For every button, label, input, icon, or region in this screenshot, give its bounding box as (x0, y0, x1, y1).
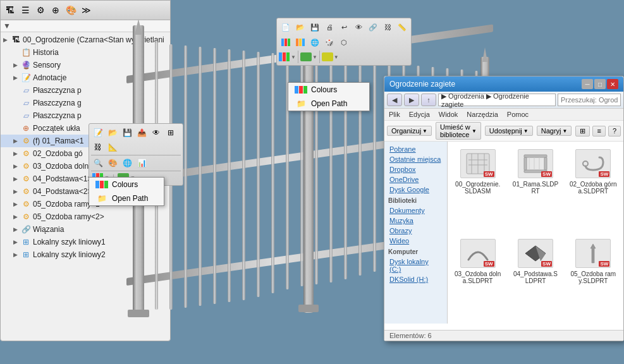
left-menu-open-path[interactable]: 📁 Open Path (89, 191, 164, 205)
fb-file-5[interactable]: SW 05_Ozdoba ramy.SLDPRT (567, 235, 620, 320)
fb-back-btn[interactable]: ◀ (387, 94, 402, 106)
fb-minimize-btn[interactable]: ─ (582, 79, 593, 89)
appearance-icon[interactable]: 🎨 (64, 3, 78, 17)
mid-icon-12[interactable]: 📊 (135, 156, 149, 170)
tb-green-dd[interactable]: ▼ (312, 54, 317, 60)
tree-item-plaszczyzna3[interactable]: ▱ Płaszczyzna p (1, 109, 170, 122)
tree-item-szyk1[interactable]: ▶ ⊞ Lokalny szyk liniowy1 (1, 236, 170, 248)
fb-maximize-btn[interactable]: □ (594, 79, 606, 89)
mid-icon-6[interactable]: ⊞ (164, 126, 178, 140)
tree-item-wiazania[interactable]: ▶ 🔗 Wiązania (1, 223, 170, 236)
mid-icon-9[interactable]: 🔍 (91, 156, 105, 170)
tb-sphere[interactable]: 🌐 (308, 35, 322, 49)
tb-green-btn[interactable] (300, 52, 312, 61)
tb-save[interactable]: 💾 (308, 20, 322, 34)
fb-file-icon-1: SW (517, 148, 554, 179)
tree-item-sensory[interactable]: ▶ 🔮 Sensory (1, 59, 170, 71)
tb-open[interactable]: 📂 (293, 20, 307, 34)
tb-yellow-dd[interactable]: ▼ (334, 54, 339, 60)
fb-file-4[interactable]: SW 04_Podstawa.SLDPRT (509, 235, 561, 320)
fb-forward-btn[interactable]: ▶ (404, 94, 419, 106)
mid-icon-4[interactable]: 📤 (135, 126, 149, 140)
mid-icon-5[interactable]: 👁 (149, 126, 163, 140)
fb-side-diskc[interactable]: Dysk lokalny (C:) (387, 257, 444, 274)
mid-icon-2[interactable]: 📂 (106, 126, 119, 140)
fb-search-input[interactable] (558, 94, 621, 106)
tree-item-plaszczyzna2[interactable]: ▱ Płaszczyzna g (1, 97, 170, 109)
expand-icon[interactable]: ≫ (79, 3, 93, 17)
fb-record-btn[interactable]: Nagryj ▼ (537, 126, 572, 136)
left-menu-colours[interactable]: Colours (89, 178, 164, 191)
fb-menu-edycja[interactable]: Edycja (407, 110, 432, 119)
fb-view-btn[interactable]: ⊞ (575, 126, 590, 136)
svg-rect-9 (228, 49, 231, 302)
top-menu-open-path[interactable]: 📁 Open Path (288, 97, 369, 111)
pod1-icon: ⚙ (21, 174, 31, 184)
tree-root[interactable]: ▶ 🏗 00_Ogrodzenie (Czarna<Stan wyświetla… (1, 33, 170, 46)
fb-file-2[interactable]: SW 02_Ozdoba górna.SLDPRT (567, 145, 620, 230)
svg-marker-50 (590, 244, 596, 263)
fb-file-1[interactable]: SW 01_Rama.SLDPRT (509, 145, 561, 230)
fb-close-btn[interactable]: ✕ (607, 79, 618, 89)
config-icon[interactable]: ⚙ (34, 3, 47, 17)
fb-help-btn[interactable]: ? (608, 126, 621, 136)
fb-organiz-btn[interactable]: Organizuj ▼ (387, 126, 432, 136)
tb-print[interactable]: 🖨 (322, 20, 336, 34)
fb-side-ostatnie[interactable]: Ostatnie miejsca (387, 154, 444, 164)
mid-icon-8[interactable]: 📐 (106, 140, 119, 154)
fb-side-wideo[interactable]: Wideo (387, 236, 444, 246)
fb-nav-path[interactable]: ▶ Ogrodzenia ▶ Ogrodzenie zagiete (438, 94, 556, 106)
mid-icon-1[interactable]: 📝 (91, 126, 105, 140)
tb-eye[interactable]: 👁 (352, 20, 365, 34)
mid-icon-7[interactable]: ⛓ (91, 140, 105, 154)
fb-share-btn[interactable]: Udostępnij ▼ (485, 126, 533, 136)
mid-icon-10[interactable]: 🎨 (106, 156, 119, 170)
fb-menu-plik[interactable]: Plik (387, 110, 402, 119)
tree-item-plaszczyzna1[interactable]: ▱ Płaszczyzna p (1, 84, 170, 97)
fb-side-obrazy[interactable]: Obrazy (387, 226, 444, 236)
sz1-label: Lokalny szyk liniowy1 (33, 238, 106, 246)
p1-label: Płaszczyzna p (33, 86, 82, 95)
fb-main: SW 00_Ogrodzenie.SLDASM (448, 142, 623, 324)
p2-label: Płaszczyzna g (33, 99, 82, 107)
tb-link[interactable]: 🔗 (366, 20, 380, 34)
fb-library-btn[interactable]: Umieść w bibliotece ▼ (436, 122, 481, 140)
fb-side-muzyka[interactable]: Muzyka (387, 215, 444, 226)
tb-colour1[interactable] (279, 35, 293, 49)
tb-chain[interactable]: ⛓ (381, 20, 395, 34)
tb-undo[interactable]: ↩ (337, 20, 351, 34)
tb-new[interactable]: 📄 (279, 20, 293, 34)
fb-menu-narzedzia[interactable]: Narzędzia (465, 110, 500, 119)
tb-measure[interactable]: 📏 (395, 20, 409, 34)
tree-item-ozdoba-ramy2[interactable]: ▶ ⚙ 05_Ozdoba ramy<2> (1, 210, 170, 223)
fb-file-3[interactable]: SW 03_Ozdoba dolna.SLDPRT (451, 235, 504, 320)
tree-item-historia[interactable]: 📋 Historia (1, 46, 170, 59)
fb-menu-pomoc[interactable]: Pomoc (505, 110, 530, 119)
tree-item-adnotacje[interactable]: ▶ 📝 Adnotacje (1, 71, 170, 84)
wiaz-arrow: ▶ (13, 226, 21, 233)
fb-thumb-0: SW (460, 149, 496, 178)
tb-colour-dd[interactable]: ▼ (291, 54, 296, 60)
tb-cube[interactable]: 🎲 (322, 35, 336, 49)
tb-cylinder[interactable]: ⬡ (337, 35, 351, 49)
tree-item-szyk2[interactable]: ▶ ⊞ Lokalny szyk liniowy2 (1, 248, 170, 261)
fb-details-btn[interactable]: ≡ (592, 126, 605, 136)
fb-side-dokumenty[interactable]: Dokumenty (387, 205, 444, 215)
tb-colour2[interactable] (293, 35, 307, 49)
crosshair-icon[interactable]: ⊕ (49, 3, 63, 17)
fb-file-0[interactable]: SW 00_Ogrodzenie.SLDASM (451, 145, 504, 230)
list-icon[interactable]: ☰ (18, 3, 32, 17)
mid-icon-11[interactable]: 🌐 (120, 156, 134, 170)
fb-side-dropbox[interactable]: Dropbox (387, 164, 444, 174)
fb-thumb-1: SW (518, 149, 553, 178)
fb-side-onedrive[interactable]: OneDrive (387, 174, 444, 185)
top-menu-colours[interactable]: Colours (288, 83, 369, 97)
fb-up-btn[interactable]: ↑ (421, 94, 436, 106)
assembly-icon[interactable]: 🏗 (3, 3, 17, 17)
fb-side-diskh[interactable]: DKSolid (H:) (387, 274, 444, 284)
tb-yellow-btn[interactable] (322, 52, 333, 61)
fb-side-dyskgoogle[interactable]: Dysk Google (387, 185, 444, 195)
fb-menu-widok[interactable]: Widok (437, 110, 460, 119)
fb-side-pobrane[interactable]: Pobrane (387, 144, 444, 154)
mid-icon-3[interactable]: 💾 (120, 126, 134, 140)
